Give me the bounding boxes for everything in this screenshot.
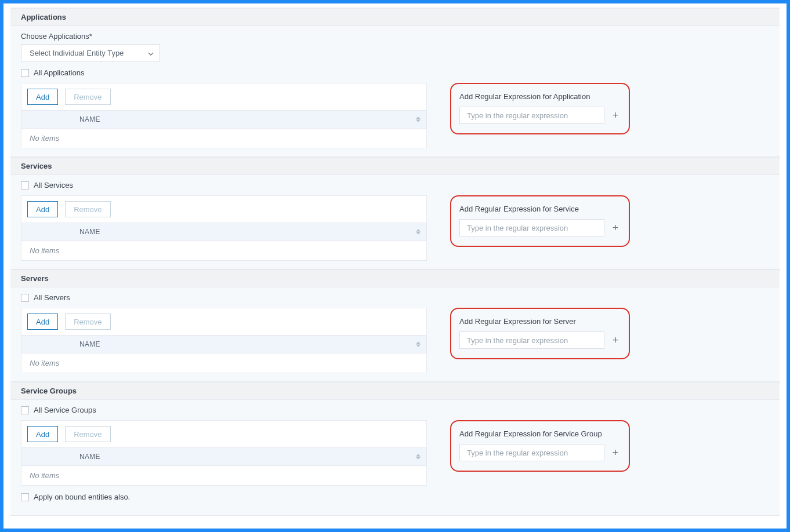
app-frame: Applications Choose Applications* Select… xyxy=(0,0,790,532)
regex-input[interactable] xyxy=(459,219,604,236)
add-button[interactable]: Add xyxy=(27,201,58,217)
add-regex-button[interactable]: + xyxy=(610,335,621,345)
name-header-text: NAME xyxy=(79,228,100,236)
sort-icon xyxy=(416,454,421,460)
all-service-groups-label: All Service Groups xyxy=(34,406,96,414)
add-button[interactable]: Add xyxy=(27,426,58,442)
checkbox-icon xyxy=(21,181,29,190)
empty-message: No items xyxy=(21,129,426,148)
all-service-groups-checkbox-row[interactable]: All Service Groups xyxy=(21,406,769,414)
all-applications-checkbox-row[interactable]: All Applications xyxy=(21,68,769,77)
choose-applications-label: Choose Applications* xyxy=(21,32,769,41)
all-applications-label: All Applications xyxy=(34,68,84,77)
remove-button: Remove xyxy=(65,89,110,105)
name-header-text: NAME xyxy=(79,340,100,348)
regex-input[interactable] xyxy=(459,331,604,349)
section-body-servers: All Servers Add Remove NAME xyxy=(10,287,780,382)
regex-label: Add Regular Expression for Service xyxy=(459,205,621,213)
remove-button: Remove xyxy=(65,314,110,330)
sort-icon xyxy=(416,342,421,347)
section-body-service-groups: All Service Groups Add Remove NAME xyxy=(10,400,780,516)
section-header-applications: Applications xyxy=(10,8,780,26)
table-toolbar: Add Remove xyxy=(21,421,426,447)
plus-icon: + xyxy=(613,222,619,234)
section-header-services: Services xyxy=(10,157,780,175)
add-regex-button[interactable]: + xyxy=(610,223,621,233)
add-button[interactable]: Add xyxy=(27,314,58,330)
remove-button: Remove xyxy=(65,426,110,442)
add-button[interactable]: Add xyxy=(27,89,58,105)
table-toolbar: Add Remove xyxy=(21,308,426,335)
dropdown-value: Select Individual Entity Type xyxy=(30,49,124,57)
table-header: NAME xyxy=(21,110,426,129)
section-header-servers: Servers xyxy=(10,269,780,287)
table-header: NAME xyxy=(21,335,426,354)
plus-icon: + xyxy=(613,334,619,347)
table-toolbar: Add Remove xyxy=(21,83,426,110)
name-column-header[interactable]: NAME xyxy=(79,453,426,461)
scroll-container[interactable]: Applications Choose Applications* Select… xyxy=(3,3,787,529)
checkbox-icon xyxy=(21,69,29,77)
regex-label: Add Regular Expression for Server xyxy=(459,317,621,326)
empty-message: No items xyxy=(21,466,426,485)
all-servers-label: All Servers xyxy=(34,293,70,302)
section-header-service-groups: Service Groups xyxy=(10,382,780,400)
regex-input[interactable] xyxy=(459,444,604,461)
all-servers-checkbox-row[interactable]: All Servers xyxy=(21,293,769,302)
sort-icon xyxy=(416,117,421,122)
applications-table: Add Remove NAME No items xyxy=(21,83,427,148)
table-header: NAME xyxy=(21,447,426,466)
name-column-header[interactable]: NAME xyxy=(79,340,426,348)
chevron-down-icon xyxy=(148,50,154,56)
apply-bound-checkbox-row[interactable]: Apply on bound entities also. xyxy=(21,493,769,501)
all-services-checkbox-row[interactable]: All Services xyxy=(21,181,769,190)
all-services-label: All Services xyxy=(34,181,73,190)
name-header-text: NAME xyxy=(79,453,100,461)
regex-label: Add Regular Expression for Application xyxy=(459,92,621,101)
servers-table: Add Remove NAME No items xyxy=(21,308,427,373)
top-sliver xyxy=(10,3,780,8)
regex-callout-service: Add Regular Expression for Service + xyxy=(450,195,630,247)
section-body-applications: Choose Applications* Select Individual E… xyxy=(10,26,780,157)
table-toolbar: Add Remove xyxy=(21,196,426,223)
plus-icon: + xyxy=(613,447,619,459)
plus-icon: + xyxy=(613,110,619,122)
apply-bound-label: Apply on bound entities also. xyxy=(34,493,130,501)
table-header: NAME xyxy=(21,223,426,241)
add-regex-button[interactable]: + xyxy=(610,447,621,458)
checkbox-icon xyxy=(21,294,29,302)
checkbox-icon xyxy=(21,406,29,414)
service-groups-table: Add Remove NAME No items xyxy=(21,420,427,486)
regex-callout-application: Add Regular Expression for Application + xyxy=(450,83,630,134)
regex-label: Add Regular Expression for Service Group xyxy=(459,429,621,438)
regex-input[interactable] xyxy=(459,107,604,124)
name-column-header[interactable]: NAME xyxy=(79,115,426,123)
regex-callout-service-group: Add Regular Expression for Service Group… xyxy=(450,420,630,472)
remove-button: Remove xyxy=(65,201,110,217)
name-column-header[interactable]: NAME xyxy=(79,228,426,236)
empty-message: No items xyxy=(21,354,426,373)
section-body-services: All Services Add Remove NAME xyxy=(10,175,780,269)
services-table: Add Remove NAME No items xyxy=(21,195,427,261)
empty-message: No items xyxy=(21,241,426,260)
name-header-text: NAME xyxy=(79,115,100,123)
entity-type-dropdown[interactable]: Select Individual Entity Type xyxy=(21,44,160,61)
add-regex-button[interactable]: + xyxy=(610,110,621,121)
sort-icon xyxy=(416,229,421,235)
regex-callout-server: Add Regular Expression for Server + xyxy=(450,308,630,359)
checkbox-icon xyxy=(21,493,29,501)
